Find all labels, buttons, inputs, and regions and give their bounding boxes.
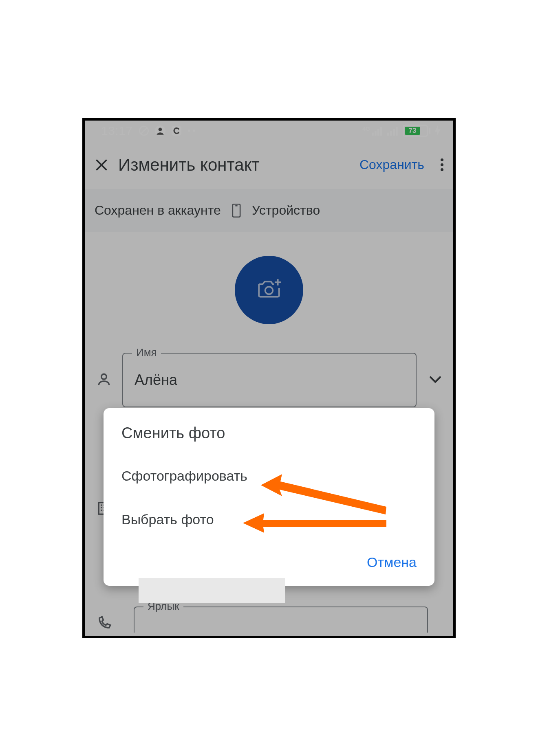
dialog-title: Сменить фото [104,424,434,454]
signal-sim2-icon [387,126,399,136]
app-c-icon [171,125,182,136]
choose-photo-option[interactable]: Выбрать фото [104,498,434,541]
svg-rect-10 [390,131,392,136]
svg-rect-7 [377,129,379,135]
page-title: Изменить контакт [118,155,260,175]
close-button[interactable] [95,158,108,172]
svg-line-1 [141,127,147,134]
name-input-value: Алёна [134,371,177,389]
person-icon [96,371,112,389]
take-photo-option[interactable]: Сфотографировать [104,454,434,498]
charging-icon [434,125,441,136]
battery-indicator: 73 [403,125,430,137]
svg-point-3 [158,127,162,131]
svg-rect-5 [372,132,374,135]
svg-rect-11 [393,129,395,135]
svg-point-17 [265,286,273,294]
do-not-disturb-icon [139,125,149,136]
name-input[interactable]: Имя Алёна [122,353,417,407]
network-type-label: 4G [362,125,370,132]
app-bar: Изменить контакт Сохранить [85,141,453,189]
name-input-label: Имя [132,346,161,359]
saved-in-account-label: Сохранен в аккаунте [95,203,221,218]
svg-rect-9 [387,132,389,135]
phone-icon [96,615,112,633]
save-button[interactable]: Сохранить [359,157,424,172]
device-icon [232,204,241,218]
photo-section [85,232,453,353]
svg-rect-8 [380,127,382,135]
screenshot-frame: 13:17 ·· 4G 73 [82,118,456,638]
add-photo-button[interactable] [235,256,303,324]
svg-rect-6 [375,131,377,136]
account-icon [155,125,165,136]
dialog-cancel-button[interactable]: Отмена [367,554,417,570]
name-field-row: Имя Алёна [85,353,453,407]
change-photo-dialog: Сменить фото Сфотографировать Выбрать фо… [104,408,434,586]
svg-point-20 [101,374,107,379]
expand-name-button[interactable] [427,371,443,389]
overflow-menu-button[interactable] [441,158,443,171]
redaction-strip [139,578,285,603]
camera-add-icon [256,278,282,302]
account-row[interactable]: Сохранен в аккаунте Устройство [85,189,453,232]
signal-sim1-icon [372,126,383,136]
account-device-label: Устройство [252,203,320,218]
status-time: 13:17 [101,124,133,138]
label-input[interactable]: Ярлык [134,607,428,633]
svg-rect-12 [396,127,398,135]
svg-rect-4 [172,126,181,136]
status-bar: 13:17 ·· 4G 73 [85,121,453,141]
battery-percent: 73 [409,127,417,135]
